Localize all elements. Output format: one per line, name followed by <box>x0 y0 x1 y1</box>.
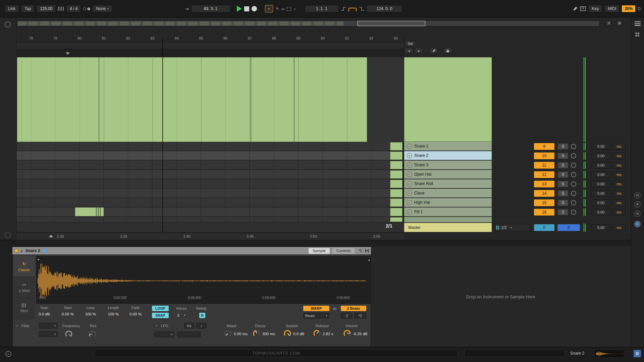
param-value[interactable]: 0.00 % <box>125 312 146 316</box>
warp-mode-selector[interactable]: Beats ▾ <box>303 313 329 318</box>
loop-start-display[interactable]: 1. 1. 1 <box>305 5 338 12</box>
track-preview-icon[interactable]: ▸ <box>407 200 412 205</box>
arm-button[interactable] <box>571 153 576 159</box>
play-button[interactable] <box>237 6 242 12</box>
time-signature-display[interactable]: 4 / 4 <box>66 5 81 12</box>
filter-type-selector[interactable]: ▾ <box>39 323 58 328</box>
track-preview-icon[interactable]: ▸ <box>407 209 412 215</box>
session-link-icon[interactable]: ∞ <box>281 6 284 11</box>
sample-start-marker-icon[interactable]: ▸ <box>38 257 40 261</box>
menu-icon[interactable] <box>635 21 641 26</box>
solo-button[interactable]: S <box>557 209 569 216</box>
beat-time-ruler[interactable]: 78798081828384858687888990919293 <box>17 35 404 43</box>
lfo-checkbox[interactable] <box>154 323 159 328</box>
track-delay-value[interactable]: 0.00 <box>591 143 610 150</box>
section-toggle-io[interactable]: IO <box>634 192 641 198</box>
track-delay-value[interactable]: 0.00 <box>591 209 610 216</box>
grid-icon[interactable] <box>635 32 640 37</box>
device-on-toggle[interactable] <box>14 249 18 253</box>
quantize-pattern-icon[interactable] <box>58 7 64 11</box>
record-button[interactable] <box>252 6 257 11</box>
clip[interactable] <box>390 189 402 197</box>
track-lane[interactable] <box>17 198 390 207</box>
param-value[interactable]: 0.00 % <box>57 312 78 316</box>
solo-button[interactable]: S <box>557 153 569 159</box>
decay-knob[interactable] <box>252 329 261 338</box>
clip[interactable] <box>390 170 402 179</box>
arm-button[interactable] <box>571 200 576 205</box>
solo-button[interactable]: S <box>557 143 569 150</box>
clip-preview-thumbnail[interactable] <box>594 350 624 358</box>
lfo-rate-value[interactable] <box>177 331 201 337</box>
section-toggle-m[interactable]: M <box>634 210 641 217</box>
back-to-arrangement-icon[interactable] <box>5 21 11 27</box>
envelope-value[interactable]: 2.82 s <box>323 332 333 336</box>
volume-knob[interactable] <box>343 329 352 338</box>
snap-button[interactable]: SNAP <box>152 313 169 318</box>
pen-icon[interactable] <box>573 6 578 11</box>
next-locator-button[interactable]: ▸ <box>415 48 423 53</box>
track-preview-icon[interactable]: ▸ <box>407 163 412 168</box>
master-delay-value[interactable]: 0.00 <box>591 224 610 231</box>
stop-button[interactable] <box>244 6 249 11</box>
zoom-width-button[interactable]: W <box>616 20 623 26</box>
attack-knob[interactable] <box>224 329 232 338</box>
track-preview-icon[interactable]: ▸ <box>407 172 412 177</box>
section-toggle-r[interactable]: R <box>634 201 641 207</box>
envelope-value[interactable]: 0.00 ms <box>234 332 248 336</box>
track-delay-value[interactable]: 0.00 <box>591 171 610 178</box>
overview-viewport[interactable] <box>358 21 425 26</box>
clip[interactable] <box>75 207 104 216</box>
master-volume[interactable]: 0 <box>557 224 580 231</box>
clip[interactable] <box>390 208 402 216</box>
envelope-value[interactable]: -6.29 dB <box>353 332 367 336</box>
track-preview-icon[interactable]: ▸ <box>407 181 412 186</box>
punch-out-icon[interactable] <box>359 7 364 11</box>
track-header[interactable]: ▸Snare 3 <box>404 161 492 170</box>
device-play-icon[interactable]: ▸ <box>21 249 23 253</box>
save-preset-icon[interactable] <box>365 249 369 253</box>
track-preview-icon[interactable]: ▸ <box>407 191 412 196</box>
draw-mode-icon[interactable] <box>287 7 291 11</box>
track-number-badge[interactable]: 14 <box>534 190 554 197</box>
loop-on-button[interactable]: LOOP <box>152 306 169 311</box>
track-lane[interactable] <box>17 189 390 198</box>
solo-button[interactable]: S <box>557 181 569 187</box>
capture-midi-icon[interactable]: ↰ <box>275 6 279 11</box>
track-lane[interactable] <box>17 179 390 188</box>
track-delay-value[interactable]: 0.00 <box>591 181 610 187</box>
solo-button[interactable]: S <box>557 162 569 169</box>
envelope-value[interactable]: 0.0 dB <box>293 332 304 336</box>
groove-selector[interactable]: None ▾ <box>93 5 112 12</box>
warp-button[interactable]: WARP <box>303 306 329 311</box>
group-track-header[interactable] <box>404 57 492 142</box>
track-number-badge[interactable]: 13 <box>534 181 554 187</box>
track-header[interactable]: ▸Snare 1 <box>404 142 492 151</box>
lower-rail-icon[interactable] <box>5 232 11 238</box>
filter-checkbox[interactable] <box>15 323 19 328</box>
time-ruler[interactable]: 2:302:352:402:452:502:55 <box>17 232 404 240</box>
automation-re-enable-icon[interactable]: ○ <box>293 6 296 11</box>
track-header[interactable]: ▸High Hat <box>404 198 492 207</box>
frequency-knob[interactable] <box>64 330 73 339</box>
new-button[interactable]: + <box>265 5 273 12</box>
lfo-sync-button[interactable]: ♪ <box>196 323 206 328</box>
track-delay-value[interactable]: 0.00 <box>591 162 610 169</box>
res-knob[interactable] <box>88 330 97 339</box>
warp-beats-value[interactable]: 2 Beats <box>341 306 366 311</box>
clip[interactable] <box>390 198 402 207</box>
status-play-icon[interactable]: ▸ <box>5 351 11 357</box>
punch-in-icon[interactable] <box>341 7 346 11</box>
track-header[interactable]: ▸Snare 2 <box>404 151 492 160</box>
cue-out-selector[interactable]: 1/2 ▾ <box>494 224 530 231</box>
master-track-header[interactable]: Master <box>404 223 492 232</box>
release-knob[interactable] <box>313 329 321 338</box>
voices-value[interactable]: 3 <box>177 313 179 317</box>
track-lane[interactable] <box>17 151 390 160</box>
hot-swap-icon[interactable]: ↻ <box>359 248 362 253</box>
cpu-meter[interactable]: 30% <box>622 5 635 12</box>
chevron-down-icon[interactable]: ▾ <box>184 313 185 317</box>
set-locator-button[interactable]: Set <box>405 41 416 46</box>
key-map-button[interactable]: Key <box>588 5 602 12</box>
track-lane[interactable] <box>17 207 390 217</box>
